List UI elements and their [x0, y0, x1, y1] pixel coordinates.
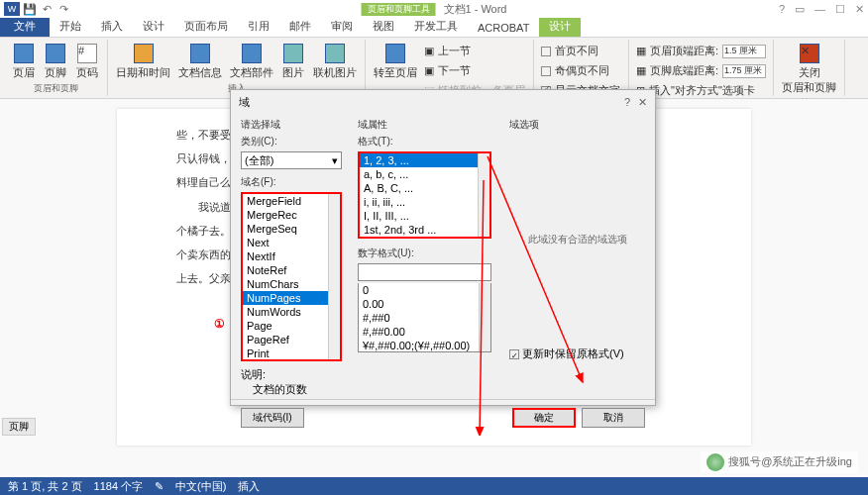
tab-insert[interactable]: 插入: [91, 16, 133, 37]
tab-acrobat[interactable]: ACROBAT: [468, 19, 539, 37]
docinfo-button[interactable]: 文档信息: [176, 42, 224, 82]
save-icon[interactable]: 💾: [23, 2, 37, 16]
dialog-title: 域: [239, 95, 250, 110]
close-icon[interactable]: ✕: [855, 3, 864, 16]
field-dialog: 域 ? ✕ 请选择域 类别(C): (全部)▾ 域名(F): MergeFiel…: [230, 89, 656, 406]
diff-odd-even[interactable]: 奇偶页不同: [540, 61, 622, 80]
scrollbar[interactable]: [479, 283, 490, 351]
status-lang[interactable]: 中文(中国): [175, 479, 226, 494]
no-options-text: 此域没有合适的域选项: [509, 135, 645, 345]
footer-bottom-dist[interactable]: ▦ 页脚底端距离:1.75 厘米: [635, 61, 767, 80]
next-section[interactable]: ▣ 下一节: [423, 61, 527, 80]
title-bar: W 💾 ↶ ↷ 页眉和页脚工具 文档1 - Word ? ▭ — ☐ ✕: [0, 0, 868, 18]
pagenum-button[interactable]: #页码: [73, 42, 101, 82]
chevron-down-icon: ▾: [332, 154, 338, 167]
annotation-1: ①: [214, 317, 225, 331]
tab-home[interactable]: 开始: [50, 16, 91, 37]
contextual-tab-group: 页眉和页脚工具: [362, 3, 436, 16]
cancel-button[interactable]: 取消: [582, 408, 645, 428]
document-title: 文档1 - Word: [444, 2, 507, 17]
tab-hf-design[interactable]: 设计: [539, 16, 581, 37]
tab-design[interactable]: 设计: [133, 16, 174, 37]
close-hf-button[interactable]: ✕关闭 页眉和页脚: [780, 42, 838, 97]
goto-header-button[interactable]: 转至页眉: [372, 42, 419, 82]
header-button[interactable]: 页眉: [10, 42, 38, 82]
scrollbar[interactable]: [478, 153, 489, 237]
numfmt-listbox[interactable]: 00.00#,##0#,##0.00¥#,##0.00;(¥#,##0.00)0…: [358, 283, 491, 352]
header-top-dist[interactable]: ▦ 页眉顶端距离:1.5 厘米: [635, 42, 767, 60]
numfmt-input[interactable]: [358, 263, 491, 281]
ok-button[interactable]: 确定: [512, 408, 576, 428]
quickparts-button[interactable]: 文档部件: [228, 42, 275, 82]
footer-tab-label: 页脚: [2, 418, 36, 436]
scrollbar[interactable]: [328, 194, 340, 359]
status-mode[interactable]: 插入: [238, 479, 260, 494]
ribbon-options-icon[interactable]: ▭: [795, 3, 805, 16]
preserve-checkbox[interactable]: 更新时保留原格式(V): [509, 346, 645, 361]
quick-access-toolbar: W 💾 ↶ ↷: [0, 1, 74, 17]
online-picture-button[interactable]: 联机图片: [311, 42, 359, 82]
tab-layout[interactable]: 页面布局: [174, 16, 238, 37]
maximize-icon[interactable]: ☐: [835, 3, 845, 16]
tab-mailings[interactable]: 邮件: [279, 16, 321, 37]
status-words[interactable]: 1184 个字: [94, 479, 144, 494]
dialog-help-icon[interactable]: ?: [624, 96, 630, 109]
status-page[interactable]: 第 1 页, 共 2 页: [8, 479, 82, 494]
field-description: 文档的页数: [241, 383, 307, 395]
tab-developer[interactable]: 开发工具: [404, 16, 468, 37]
status-bar: 第 1 页, 共 2 页 1184 个字 ✎ 中文(中国) 插入: [0, 477, 868, 495]
prev-section[interactable]: ▣ 上一节: [423, 42, 527, 60]
datetime-button[interactable]: 日期和时间: [114, 42, 172, 82]
category-combo[interactable]: (全部)▾: [241, 151, 342, 169]
dialog-close-icon[interactable]: ✕: [638, 96, 647, 109]
diff-first-page[interactable]: 首页不同: [540, 42, 622, 60]
help-icon[interactable]: ?: [779, 3, 785, 16]
redo-icon[interactable]: ↷: [56, 2, 70, 16]
footer-button[interactable]: 页脚: [42, 42, 69, 82]
avatar-icon: [706, 453, 724, 471]
file-tab[interactable]: 文件: [0, 16, 50, 37]
minimize-icon[interactable]: —: [814, 3, 825, 16]
field-codes-button[interactable]: 域代码(I): [241, 408, 304, 428]
field-name-listbox[interactable]: MergeFieldMergeRecMergeSeqNextNextIfNote…: [241, 192, 342, 361]
undo-icon[interactable]: ↶: [40, 2, 54, 16]
tab-review[interactable]: 审阅: [321, 16, 363, 37]
status-proof-icon[interactable]: ✎: [155, 480, 163, 493]
watermark: 搜狐号@系统正在升级ing: [701, 451, 858, 473]
picture-button[interactable]: 图片: [279, 42, 307, 82]
word-icon: W: [4, 2, 20, 16]
tab-references[interactable]: 引用: [238, 16, 279, 37]
format-listbox[interactable]: 1, 2, 3, ...a, b, c, ...A, B, C, ...i, i…: [358, 151, 491, 239]
tab-view[interactable]: 视图: [363, 16, 404, 37]
ribbon-tabs: 文件 开始 插入 设计 页面布局 引用 邮件 审阅 视图 开发工具 ACROBA…: [0, 18, 868, 38]
